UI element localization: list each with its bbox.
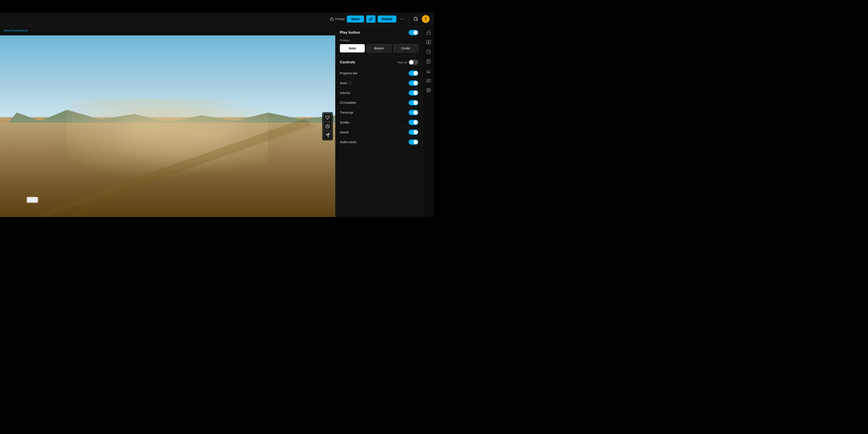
audio-tracks-toggle[interactable] bbox=[409, 140, 418, 145]
position-bottom-button[interactable]: Bottom bbox=[367, 44, 392, 53]
watch-later-button[interactable] bbox=[323, 122, 332, 130]
control-row-cc: CC/subtitles bbox=[340, 98, 418, 108]
lock-icon bbox=[330, 17, 334, 21]
seek-toggle[interactable] bbox=[409, 81, 418, 86]
control-row-progress: Progress bar bbox=[340, 68, 418, 78]
audio-tracks-label: Audio tracks bbox=[340, 140, 356, 144]
position-buttons: Auto Bottom Center bbox=[340, 44, 418, 53]
sidebar-captions-button[interactable]: CC bbox=[424, 76, 433, 85]
sidebar-gear-icon bbox=[426, 88, 431, 93]
sidebar-video-button[interactable] bbox=[424, 38, 433, 46]
svg-text:CC: CC bbox=[427, 80, 429, 82]
transcript-toggle[interactable] bbox=[409, 110, 418, 115]
main-content: About Performance bbox=[0, 26, 434, 217]
section-divider bbox=[340, 56, 418, 56]
sidebar-play-icon bbox=[426, 40, 431, 44]
control-row-speed: Speed bbox=[340, 127, 418, 137]
control-row-seek: Seek i bbox=[340, 78, 418, 88]
volume-label: Volume bbox=[340, 91, 350, 95]
share-video-button[interactable] bbox=[323, 131, 332, 139]
speed-label: Speed bbox=[340, 130, 348, 134]
hide-all-label: Hide all bbox=[398, 61, 407, 64]
embed-button[interactable]: Embed bbox=[378, 16, 397, 23]
sidebar-analytics-button[interactable] bbox=[424, 48, 433, 56]
sidebar-lock-icon bbox=[426, 30, 431, 35]
sidebar-transcript-button[interactable] bbox=[424, 57, 433, 66]
svg-rect-8 bbox=[427, 32, 430, 34]
vehicle bbox=[27, 197, 38, 203]
send-icon bbox=[326, 133, 330, 137]
controls-section-header: Controls Hide all bbox=[340, 60, 418, 65]
cc-toggle[interactable] bbox=[409, 100, 418, 105]
sidebar-privacy-button[interactable] bbox=[424, 28, 433, 37]
road-svg bbox=[0, 108, 335, 217]
user-avatar[interactable] bbox=[422, 15, 430, 23]
video-title-bar: About Performance bbox=[0, 26, 335, 35]
cc-label: CC/subtitles bbox=[340, 101, 356, 104]
sidebar-stats-button[interactable] bbox=[424, 67, 433, 75]
progress-bar-toggle[interactable] bbox=[409, 70, 418, 76]
position-auto-button[interactable]: Auto bbox=[340, 44, 365, 53]
volume-toggle[interactable] bbox=[409, 90, 418, 95]
video-frame bbox=[0, 35, 335, 217]
quality-toggle[interactable] bbox=[409, 120, 418, 125]
svg-marker-10 bbox=[428, 41, 429, 43]
share-button[interactable]: Share bbox=[347, 16, 364, 23]
private-label: Private bbox=[330, 17, 345, 21]
header-divider bbox=[409, 16, 409, 22]
sidebar-chart-icon bbox=[426, 69, 431, 73]
search-button[interactable] bbox=[412, 15, 420, 23]
search-icon bbox=[413, 17, 418, 22]
right-sidebar: CC bbox=[423, 26, 434, 217]
sidebar-transcript-icon bbox=[426, 59, 431, 64]
control-row-quality: Quality bbox=[340, 118, 418, 127]
link-icon bbox=[369, 17, 373, 21]
svg-point-23 bbox=[428, 90, 429, 91]
sidebar-analytics-icon bbox=[426, 50, 431, 54]
like-button[interactable] bbox=[323, 114, 332, 122]
panel-content: Play button Position Auto Bottom Center … bbox=[336, 26, 423, 217]
more-button[interactable]: ··· bbox=[399, 16, 406, 22]
seek-label: Seek i bbox=[340, 81, 352, 85]
svg-marker-4 bbox=[426, 19, 426, 21]
progress-bar-label: Progress bar bbox=[340, 71, 357, 75]
controls-title: Controls bbox=[340, 60, 355, 64]
control-row-transcript: Transcript bbox=[340, 108, 418, 118]
speed-toggle[interactable] bbox=[409, 130, 418, 135]
play-button-title: Play button bbox=[340, 30, 360, 35]
seek-info-icon[interactable]: i bbox=[348, 81, 352, 85]
svg-rect-0 bbox=[330, 19, 333, 21]
compass-icon bbox=[423, 17, 428, 22]
transcript-label: Transcript bbox=[340, 111, 353, 114]
sidebar-settings-button[interactable] bbox=[424, 86, 433, 95]
link-button[interactable] bbox=[366, 15, 375, 23]
position-center-button[interactable]: Center bbox=[393, 44, 418, 53]
top-black-bar bbox=[0, 0, 434, 12]
play-button-section-header: Play button bbox=[340, 30, 418, 35]
quality-label: Quality bbox=[340, 121, 349, 124]
play-button-toggle[interactable] bbox=[409, 30, 418, 35]
video-overlay-controls bbox=[322, 112, 333, 141]
right-panel: Play button Position Auto Bottom Center … bbox=[335, 26, 423, 217]
position-label: Position bbox=[340, 39, 418, 42]
heart-icon bbox=[326, 115, 330, 120]
sidebar-captions-icon: CC bbox=[426, 78, 431, 83]
control-row-audio-tracks: Audio tracks bbox=[340, 137, 418, 147]
clock-icon bbox=[326, 124, 330, 128]
hide-all-toggle[interactable] bbox=[409, 60, 418, 65]
svg-point-1 bbox=[414, 17, 417, 20]
control-row-volume: Volume bbox=[340, 88, 418, 98]
video-area: About Performance bbox=[0, 26, 335, 217]
header-bar: Private Share Embed ··· bbox=[0, 12, 434, 26]
hide-all-group: Hide all bbox=[398, 60, 418, 65]
video-title: About Performance bbox=[3, 29, 28, 32]
